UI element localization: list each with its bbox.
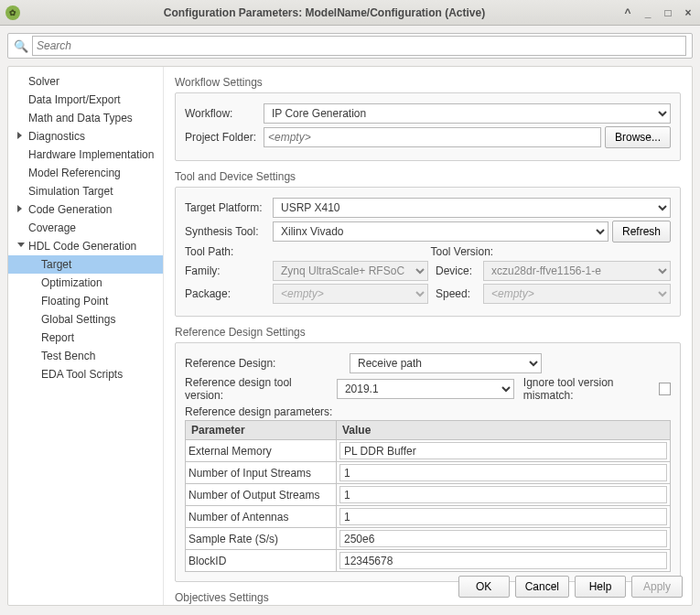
help-button[interactable]: Help (575, 576, 626, 598)
close-button[interactable]: × (682, 6, 695, 19)
sidebar-item-optimization[interactable]: Optimization (8, 274, 163, 292)
sidebar-item-report[interactable]: Report (8, 329, 163, 347)
sidebar-item-solver[interactable]: Solver (8, 72, 163, 91)
search-input[interactable] (32, 36, 686, 56)
speed-label: Speed: (436, 287, 479, 300)
sidebar-item-data-import-export[interactable]: Data Import/Export (8, 91, 163, 109)
table-row: BlockID (186, 550, 671, 572)
ok-button[interactable]: OK (458, 576, 510, 598)
ref-design-label: Reference Design: (185, 357, 346, 370)
target-platform-select[interactable]: USRP X410 (273, 198, 671, 218)
param-name: Sample Rate (S/s) (186, 528, 337, 550)
tool-panel: Target Platform: USRP X410 Synthesis Too… (175, 187, 681, 317)
search-bar[interactable]: 🔍 (7, 33, 693, 59)
sidebar-item-target[interactable]: Target (8, 255, 163, 274)
project-folder-input[interactable] (264, 127, 601, 147)
ref-tool-ver-label: Reference design tool version: (185, 376, 333, 402)
maximize-button[interactable]: □ (662, 6, 674, 19)
param-value-input[interactable] (339, 442, 667, 459)
sidebar-item-hdl-code-generation[interactable]: HDL Code Generation (8, 237, 163, 255)
refdesign-panel: Reference Design: Receive path Reference… (175, 342, 681, 582)
sidebar: SolverData Import/ExportMath and Data Ty… (8, 67, 164, 605)
sidebar-item-math-and-data-types[interactable]: Math and Data Types (8, 109, 163, 127)
workflow-panel: Workflow: IP Core Generation Project Fol… (175, 92, 681, 161)
param-name: Number of Output Streams (186, 484, 337, 506)
table-row: Sample Rate (S/s) (186, 528, 671, 550)
device-select: xczu28dr-ffve1156-1-e (483, 261, 671, 281)
sidebar-item-floating-point[interactable]: Floating Point (8, 292, 163, 310)
workflow-select[interactable]: IP Core Generation (264, 103, 671, 124)
param-value-input[interactable] (339, 486, 667, 503)
apply-button[interactable]: Apply (631, 576, 683, 598)
sidebar-item-code-generation[interactable]: Code Generation (8, 200, 163, 219)
param-value-input[interactable] (339, 530, 667, 547)
sidebar-item-global-settings[interactable]: Global Settings (8, 310, 163, 329)
sidebar-item-eda-tool-scripts[interactable]: EDA Tool Scripts (8, 365, 163, 383)
param-value-input[interactable] (339, 464, 667, 481)
param-name: Number of Antennas (186, 506, 337, 528)
app-icon: ✿ (5, 5, 20, 20)
table-row: Number of Input Streams (186, 462, 671, 484)
sidebar-item-hardware-implementation[interactable]: Hardware Implementation (8, 146, 163, 164)
tool-version-label: Tool Version: (431, 245, 513, 258)
browse-button[interactable]: Browse... (605, 126, 671, 148)
param-value-input[interactable] (339, 508, 667, 525)
dialog-button-bar: OK Cancel Help Apply (458, 576, 683, 598)
content-area: Workflow Settings Workflow: IP Core Gene… (164, 67, 692, 605)
tool-path-label: Tool Path: (185, 245, 269, 258)
ref-params-header: Reference design parameters: (185, 405, 671, 418)
tool-section-title: Tool and Device Settings (175, 170, 681, 183)
ignore-mismatch-checkbox[interactable] (659, 383, 671, 395)
table-row: Number of Antennas (186, 506, 671, 528)
project-folder-label: Project Folder: (185, 131, 260, 144)
ref-tool-ver-select[interactable]: 2019.1 (337, 379, 514, 399)
family-label: Family: (185, 264, 269, 277)
param-value-input[interactable] (339, 552, 667, 569)
search-icon: 🔍 (14, 39, 28, 53)
window-menu-button[interactable]: ^ (621, 6, 634, 19)
family-select: Zynq UltraScale+ RFSoC (273, 261, 428, 281)
sidebar-item-model-referencing[interactable]: Model Referencing (8, 164, 163, 182)
workflow-label: Workflow: (185, 107, 260, 120)
col-parameter: Parameter (186, 421, 337, 440)
col-value: Value (337, 421, 671, 440)
titlebar: ✿ Configuration Parameters: ModelName/Co… (0, 0, 700, 26)
minimize-button[interactable]: _ (641, 6, 654, 19)
device-label: Device: (436, 264, 479, 277)
synthesis-tool-label: Synthesis Tool: (185, 225, 269, 238)
synthesis-tool-select[interactable]: Xilinx Vivado (273, 221, 608, 242)
table-row: External Memory (186, 440, 671, 462)
target-platform-label: Target Platform: (185, 201, 269, 214)
refresh-button[interactable]: Refresh (612, 221, 671, 243)
table-row: Number of Output Streams (186, 484, 671, 506)
sidebar-item-diagnostics[interactable]: Diagnostics (8, 127, 163, 146)
ref-design-select[interactable]: Receive path (350, 353, 542, 373)
param-name: External Memory (186, 440, 337, 462)
workflow-section-title: Workflow Settings (175, 76, 681, 89)
speed-select: <empty> (483, 284, 671, 304)
refdesign-section-title: Reference Design Settings (175, 326, 681, 339)
param-name: BlockID (186, 550, 337, 572)
package-select: <empty> (273, 284, 428, 304)
ignore-mismatch-label: Ignore tool version mismatch: (523, 376, 655, 402)
sidebar-item-test-bench[interactable]: Test Bench (8, 347, 163, 365)
cancel-button[interactable]: Cancel (515, 576, 569, 598)
sidebar-item-simulation-target[interactable]: Simulation Target (8, 182, 163, 200)
package-label: Package: (185, 287, 269, 300)
ref-params-table: Parameter Value External MemoryNumber of… (185, 420, 671, 572)
param-name: Number of Input Streams (186, 462, 337, 484)
sidebar-item-coverage[interactable]: Coverage (8, 219, 163, 237)
window-title: Configuration Parameters: ModelName/Conf… (27, 6, 621, 19)
